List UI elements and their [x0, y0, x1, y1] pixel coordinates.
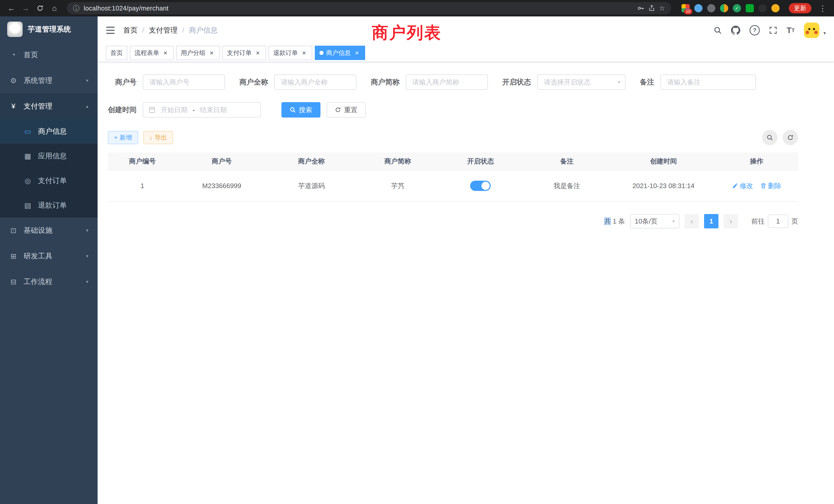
fullscreen-icon[interactable]: [769, 26, 777, 35]
delete-button[interactable]: 删除: [760, 181, 781, 190]
tab-refund-order[interactable]: 退款订单 ×: [269, 46, 312, 60]
tab-label: 用户分组: [181, 49, 205, 57]
goto-page-input[interactable]: [768, 214, 788, 228]
user-avatar[interactable]: [804, 23, 819, 38]
status-select[interactable]: [537, 74, 626, 90]
full-name-input[interactable]: [274, 74, 356, 90]
show-search-toggle-button[interactable]: [762, 130, 777, 145]
merchant-no-input[interactable]: [143, 74, 225, 90]
browser-home-icon[interactable]: ⌂: [48, 2, 61, 14]
browser-back-icon[interactable]: ←: [5, 2, 18, 14]
site-info-icon[interactable]: ⓘ: [73, 4, 80, 13]
status-toggle[interactable]: [470, 181, 491, 191]
font-size-icon[interactable]: TT: [787, 26, 795, 35]
tab-close-icon[interactable]: ×: [301, 49, 308, 56]
sidebar-item-payment[interactable]: ¥ 支付管理 ▴: [0, 93, 97, 119]
extension-icon[interactable]: [720, 4, 728, 12]
sidebar-item-label: 应用信息: [38, 151, 67, 161]
sidebar-item-pay-order[interactable]: ◎ 支付订单: [0, 168, 97, 193]
user-dropdown-caret-icon[interactable]: ▾: [824, 30, 826, 36]
reset-button-label: 重置: [344, 106, 357, 114]
extension-icon[interactable]: [707, 4, 716, 12]
column-header: 开启状态: [439, 157, 522, 166]
browser-update-button[interactable]: 更新: [789, 3, 811, 13]
extension-icon[interactable]: ✓: [733, 4, 741, 12]
browser-refresh-icon[interactable]: [34, 2, 46, 14]
page-size-select[interactable]: 10条/页 ▾: [630, 214, 679, 228]
prev-page-button[interactable]: ‹: [684, 214, 699, 228]
tab-home[interactable]: 首页: [106, 46, 127, 60]
extension-icon[interactable]: [694, 4, 703, 12]
github-icon[interactable]: [731, 26, 740, 35]
remark-input[interactable]: [660, 74, 756, 90]
add-button[interactable]: + 新增: [108, 131, 138, 144]
sidebar-item-infra[interactable]: ⊡ 基础设施 ▾: [0, 217, 97, 243]
sidebar-item-label: 首页: [24, 50, 38, 60]
tab-label: 退款订单: [273, 49, 298, 57]
chevron-up-icon: ▴: [86, 104, 88, 109]
date-range-picker[interactable]: 开始日期 - 结束日期: [143, 102, 261, 117]
logo-avatar: [7, 22, 23, 37]
field-merchant-no: 商户号: [108, 74, 225, 90]
search-icon[interactable]: [714, 26, 722, 35]
short-name-input[interactable]: [406, 74, 488, 90]
column-header: 备注: [522, 157, 612, 166]
column-header: 创建时间: [612, 157, 715, 166]
next-page-button[interactable]: ›: [724, 214, 738, 228]
table-toolbar: + 新增 ↓ 导出: [108, 130, 798, 145]
refresh-table-button[interactable]: [783, 130, 798, 145]
browser-forward-icon[interactable]: →: [20, 2, 32, 14]
tab-process-form[interactable]: 流程表单 ×: [130, 46, 174, 60]
goto-page: 前往 页: [751, 214, 798, 228]
sidebar: 芋道管理系统 ◔ 首页 ⚙ 系统管理 ▾ ¥ 支付管理 ▴: [0, 17, 97, 504]
extension-badge: 10: [684, 9, 692, 14]
plus-icon: +: [114, 134, 117, 141]
page-number-button[interactable]: 1: [704, 214, 719, 228]
edit-button[interactable]: 修改: [732, 181, 753, 190]
cell-full-name: 芋道源码: [266, 181, 356, 190]
sidebar-item-merchant-info[interactable]: ▭ 商户信息: [0, 119, 97, 144]
profile-avatar-icon[interactable]: [771, 4, 780, 12]
browser-menu-icon[interactable]: ⋮: [816, 2, 829, 14]
tab-close-icon[interactable]: ×: [254, 49, 261, 56]
sidebar-item-refund-order[interactable]: ▤ 退款订单: [0, 193, 97, 217]
sidebar-item-home[interactable]: ◔ 首页: [0, 42, 97, 68]
export-button[interactable]: ↓ 导出: [143, 131, 173, 144]
tab-close-icon[interactable]: ×: [353, 49, 360, 56]
breadcrumb-home[interactable]: 首页: [123, 25, 138, 35]
field-status: 开启状态 ▾: [502, 74, 626, 90]
hamburger-icon[interactable]: [106, 26, 115, 34]
tab-pay-order[interactable]: 支付订单 ×: [222, 46, 266, 60]
password-key-icon[interactable]: [637, 5, 644, 12]
tab-close-icon[interactable]: ×: [208, 49, 215, 56]
cell-merchant-id: 1: [108, 182, 177, 190]
extension-icon[interactable]: 10: [681, 4, 690, 12]
date-start-placeholder: 开始日期: [161, 106, 188, 114]
sidebar-item-system[interactable]: ⚙ 系统管理 ▾: [0, 68, 97, 93]
search-button[interactable]: 搜索: [281, 102, 321, 117]
breadcrumb-current: 商户信息: [189, 25, 218, 35]
sidebar-item-app-info[interactable]: ▦ 应用信息: [0, 144, 97, 168]
extension-icon[interactable]: [746, 4, 754, 12]
bookmark-star-icon[interactable]: ☆: [659, 4, 665, 12]
tab-close-icon[interactable]: ×: [162, 49, 169, 56]
logo[interactable]: 芋道管理系统: [0, 17, 97, 42]
column-header: 商户简称: [356, 157, 439, 166]
extension-icon[interactable]: [759, 4, 767, 12]
annotation-merchant-list: 商户列表: [372, 22, 442, 44]
toolbox-icon: ⊞: [9, 252, 18, 260]
sidebar-item-workflow[interactable]: ⊟ 工作流程 ▾: [0, 269, 97, 295]
tab-user-group[interactable]: 用户分组 ×: [176, 46, 220, 60]
breadcrumb-payment[interactable]: 支付管理: [149, 25, 178, 35]
field-label: 商户号: [108, 77, 143, 87]
column-header: 商户编号: [108, 157, 177, 166]
share-icon[interactable]: [649, 5, 655, 12]
help-icon[interactable]: ?: [749, 25, 760, 36]
cell-remark: 我是备注: [522, 181, 612, 190]
reset-button[interactable]: 重置: [327, 102, 366, 117]
breadcrumb: 首页 / 支付管理 / 商户信息: [123, 25, 218, 35]
tab-merchant-info[interactable]: 商户信息 ×: [315, 46, 365, 60]
page-header: 首页 / 支付管理 / 商户信息 商户列表 ?: [97, 17, 834, 44]
address-bar[interactable]: ⓘ localhost:1024/pay/merchant ☆: [67, 2, 671, 14]
sidebar-item-devtools[interactable]: ⊞ 研发工具 ▾: [0, 243, 97, 269]
